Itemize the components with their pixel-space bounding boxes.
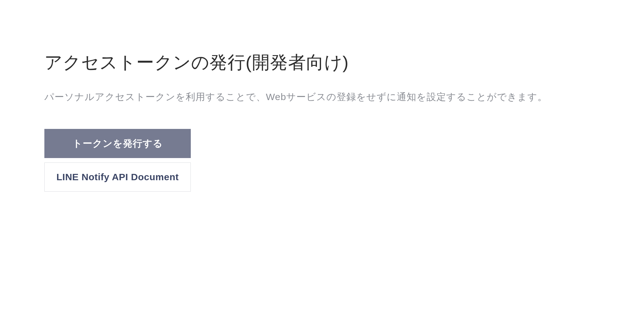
- main-container: アクセストークンの発行(開発者向け) パーソナルアクセストークンを利用することで…: [0, 0, 644, 192]
- description-text: パーソナルアクセストークンを利用することで、Webサービスの登録をせずに通知を設…: [44, 91, 644, 104]
- api-document-link[interactable]: LINE Notify API Document: [44, 162, 191, 192]
- page-title: アクセストークンの発行(開発者向け): [44, 51, 644, 75]
- button-group: トークンを発行する LINE Notify API Document: [44, 129, 191, 192]
- issue-token-button[interactable]: トークンを発行する: [44, 129, 191, 158]
